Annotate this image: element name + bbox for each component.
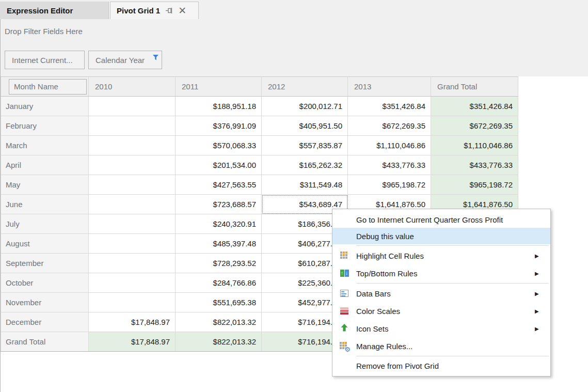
filter-fields-area[interactable]: Drop Filter Fields Here Internet Current… bbox=[1, 19, 588, 76]
data-cell[interactable]: $351,426.84 bbox=[431, 97, 518, 116]
submenu-arrow-icon: ▶ bbox=[535, 271, 550, 276]
data-cell[interactable] bbox=[89, 293, 176, 312]
data-cell[interactable]: $485,397.48 bbox=[176, 234, 262, 254]
data-bars-icon bbox=[332, 290, 356, 297]
column-header-2011[interactable]: 2011 bbox=[176, 77, 262, 97]
row-header-february[interactable]: February bbox=[1, 116, 89, 136]
menu-separator bbox=[356, 356, 549, 356]
data-cell[interactable]: $200,012.71 bbox=[262, 97, 348, 116]
manage-rules-icon: ⚙ bbox=[332, 342, 356, 351]
field-button-internet-current[interactable]: Internet Current... bbox=[5, 51, 85, 69]
data-cell[interactable]: $822,013.32 bbox=[176, 332, 262, 352]
data-cell[interactable] bbox=[89, 195, 176, 214]
row-header-march[interactable]: March bbox=[1, 136, 89, 155]
menu-item-manage-rules[interactable]: ⚙Manage Rules... bbox=[332, 337, 550, 355]
color-scales-icon bbox=[332, 307, 356, 315]
data-cell[interactable] bbox=[89, 273, 176, 293]
column-header-row: Month Name 2010201120122013Grand Total bbox=[1, 77, 518, 97]
data-cell[interactable]: $551,695.38 bbox=[176, 293, 262, 312]
pin-icon[interactable] bbox=[166, 7, 173, 14]
tab-expression-editor-label: Expression Editor bbox=[7, 6, 73, 15]
column-header-grand-total[interactable]: Grand Total bbox=[431, 77, 518, 97]
column-header-2010[interactable]: 2010 bbox=[89, 77, 176, 97]
menu-item-label: Go to Internet Current Quarter Gross Pro… bbox=[356, 215, 535, 224]
table-row: February$376,991.09$405,951.50$672,269.3… bbox=[1, 116, 518, 136]
data-cell[interactable]: $284,766.86 bbox=[176, 273, 262, 293]
data-cell[interactable]: $728,293.52 bbox=[176, 254, 262, 273]
close-icon[interactable]: ✕ bbox=[178, 6, 186, 15]
menu-item-label: Highlight Cell Rules bbox=[356, 252, 535, 260]
row-header-january[interactable]: January bbox=[1, 97, 89, 116]
table-row: April$201,534.00$165,262.32$433,776.33$4… bbox=[1, 155, 518, 175]
row-header-june[interactable]: June bbox=[1, 195, 89, 214]
data-cell[interactable]: $311,549.48 bbox=[262, 175, 348, 195]
field-button-month-name[interactable]: Month Name bbox=[9, 79, 87, 95]
menu-item-go-to-internet-current-quarter-gross-profit[interactable]: Go to Internet Current Quarter Gross Pro… bbox=[332, 211, 550, 228]
data-cell[interactable]: $672,269.35 bbox=[431, 116, 518, 136]
data-cell[interactable]: $570,068.33 bbox=[176, 136, 262, 155]
data-cell[interactable]: $188,951.18 bbox=[176, 97, 262, 116]
menu-separator bbox=[356, 245, 549, 246]
data-cell[interactable] bbox=[89, 175, 176, 195]
submenu-arrow-icon: ▶ bbox=[535, 291, 550, 296]
data-cell[interactable] bbox=[89, 214, 176, 234]
row-header-july[interactable]: July bbox=[1, 214, 89, 234]
data-cell[interactable]: $1,110,046.86 bbox=[348, 136, 431, 155]
data-cell[interactable]: $822,013.32 bbox=[176, 312, 262, 332]
data-cell[interactable]: $201,534.00 bbox=[176, 155, 262, 175]
data-cell[interactable]: $165,262.32 bbox=[262, 155, 348, 175]
data-cell[interactable]: $405,951.50 bbox=[262, 116, 348, 136]
field-button-calendar-year[interactable]: Calendar Year bbox=[88, 51, 162, 69]
menu-item-label: Color Scales bbox=[356, 307, 535, 316]
menu-item-color-scales[interactable]: Color Scales▶ bbox=[332, 302, 550, 320]
data-cell[interactable] bbox=[89, 234, 176, 254]
menu-item-debug-this-value[interactable]: Debug this value bbox=[332, 228, 550, 244]
column-header-2013[interactable]: 2013 bbox=[348, 77, 431, 97]
row-header-november[interactable]: November bbox=[1, 293, 89, 312]
row-header-august[interactable]: August bbox=[1, 234, 89, 254]
row-header-october[interactable]: October bbox=[1, 273, 89, 293]
data-cell[interactable]: $965,198.72 bbox=[348, 175, 431, 195]
menu-item-icon-sets[interactable]: Icon Sets▶ bbox=[332, 320, 550, 337]
menu-item-highlight-cell-rules[interactable]: Highlight Cell Rules▶ bbox=[332, 247, 550, 264]
data-cell[interactable]: $17,848.97 bbox=[89, 312, 176, 332]
tab-strip: Expression Editor Pivot Grid 1 ✕ bbox=[0, 0, 588, 19]
data-cell[interactable] bbox=[89, 254, 176, 273]
data-cell[interactable] bbox=[89, 116, 176, 136]
filter-funnel-icon[interactable] bbox=[153, 53, 158, 62]
highlight-cell-rules-icon bbox=[332, 252, 356, 260]
tab-expression-editor[interactable]: Expression Editor bbox=[0, 2, 109, 19]
data-cell[interactable] bbox=[89, 136, 176, 155]
row-header-december[interactable]: December bbox=[1, 312, 89, 332]
row-header-may[interactable]: May bbox=[1, 175, 89, 195]
data-cell[interactable] bbox=[89, 155, 176, 175]
row-header-september[interactable]: September bbox=[1, 254, 89, 273]
row-header-april[interactable]: April bbox=[1, 155, 89, 175]
menu-separator bbox=[356, 283, 549, 284]
gear-icon: ⚙ bbox=[344, 346, 351, 353]
data-cell[interactable]: $965,198.72 bbox=[431, 175, 518, 195]
data-cell[interactable]: $433,776.33 bbox=[431, 155, 518, 175]
table-row: May$427,563.55$311,549.48$965,198.72$965… bbox=[1, 175, 518, 195]
menu-item-top-bottom-rules[interactable]: ↑↓Top/Bottom Rules▶ bbox=[332, 264, 550, 282]
data-cell[interactable]: $240,320.91 bbox=[176, 214, 262, 234]
data-cell[interactable]: $557,835.87 bbox=[262, 136, 348, 155]
data-cell[interactable]: $17,848.97 bbox=[89, 332, 176, 352]
row-header-grand-total[interactable]: Grand Total bbox=[1, 332, 89, 352]
tab-pivot-grid-1[interactable]: Pivot Grid 1 ✕ bbox=[110, 2, 199, 19]
data-cell[interactable]: $351,426.84 bbox=[348, 97, 431, 116]
column-header-2012[interactable]: 2012 bbox=[262, 77, 348, 97]
menu-item-label: Top/Bottom Rules bbox=[356, 269, 535, 278]
menu-item-label: Manage Rules... bbox=[356, 342, 535, 351]
data-cell[interactable]: $672,269.35 bbox=[348, 116, 431, 136]
data-cell[interactable]: $376,991.09 bbox=[176, 116, 262, 136]
tab-pivot-grid-1-label: Pivot Grid 1 bbox=[117, 6, 160, 15]
data-cell[interactable]: $723,688.57 bbox=[176, 195, 262, 214]
menu-item-data-bars[interactable]: Data Bars▶ bbox=[332, 285, 550, 302]
data-cell[interactable]: $433,776.33 bbox=[348, 155, 431, 175]
data-cell[interactable]: $1,110,046.86 bbox=[431, 136, 518, 155]
data-field-row: Internet Current... Calendar Year bbox=[5, 51, 162, 69]
data-cell[interactable] bbox=[89, 97, 176, 116]
data-cell[interactable]: $427,563.55 bbox=[176, 175, 262, 195]
menu-item-remove-from-pivot-grid[interactable]: Remove from Pivot Grid bbox=[332, 357, 550, 374]
